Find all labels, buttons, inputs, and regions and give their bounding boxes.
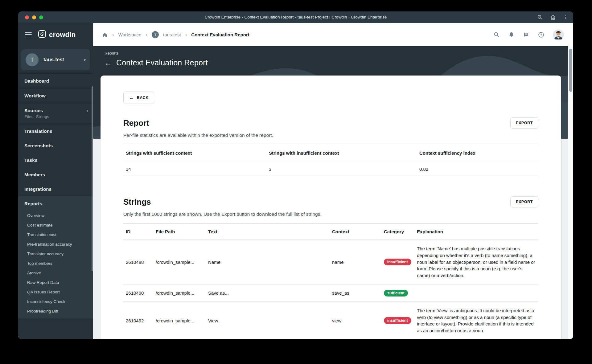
- project-switcher[interactable]: T taus-test ▾: [21, 49, 90, 70]
- table-row: 2610488 /crowdin_sample... Name name ins…: [123, 240, 538, 285]
- sidebar-item-overview[interactable]: Overview: [18, 211, 93, 220]
- stats-value-insufficient: 3: [266, 161, 417, 177]
- project-avatar: T: [26, 53, 39, 66]
- help-icon[interactable]: ?: [538, 31, 545, 38]
- strings-section-description: Only the first 1000 strings are shown. U…: [123, 211, 538, 217]
- sidebar-item-workflow[interactable]: Workflow: [18, 88, 93, 103]
- sidebar: T taus-test ▾ Dashboard Workflow Sources…: [18, 46, 93, 339]
- cell-text: Save as...: [206, 285, 330, 301]
- sidebar-item-label: Workflow: [24, 93, 46, 98]
- chevron-right-icon: ›: [185, 32, 187, 38]
- col-header-context: Context: [330, 224, 381, 239]
- zoom-out-icon[interactable]: [537, 14, 543, 20]
- home-icon[interactable]: [102, 32, 108, 38]
- chevron-right-icon: ›: [146, 32, 147, 38]
- sidebar-item-translation-cost[interactable]: Translation cost: [18, 230, 93, 239]
- page-eyebrow: Reports: [105, 51, 208, 55]
- main-content: Reports ← Context Evaluation Report ← BA…: [93, 46, 573, 339]
- col-header-file-path: File Path: [153, 224, 206, 239]
- browser-menu-icon[interactable]: [563, 15, 568, 20]
- extensions-icon[interactable]: [550, 14, 556, 20]
- search-icon[interactable]: [493, 31, 500, 38]
- crowdin-wordmark: crowdin: [49, 31, 76, 39]
- chevron-right-icon: ›: [112, 32, 114, 38]
- topbar-actions: ?: [493, 29, 564, 40]
- cell-explanation: The term 'View' is ambiguous. It could b…: [414, 302, 538, 339]
- sidebar-item-label: Reports: [24, 201, 42, 206]
- breadcrumb-workspace[interactable]: Workspace: [118, 32, 142, 37]
- sidebar-item-subtitle: Files, Strings: [24, 114, 87, 119]
- sidebar-item-tasks[interactable]: Tasks: [18, 153, 93, 167]
- close-window-button[interactable]: [25, 15, 29, 19]
- sidebar-reports-section: Reports Overview Cost estimate Translati…: [18, 196, 93, 318]
- breadcrumb-project[interactable]: taus-test: [163, 32, 181, 37]
- back-arrow-icon[interactable]: ←: [105, 59, 112, 67]
- breadcrumb-current-page: Context Evaluation Report: [191, 32, 249, 37]
- back-button[interactable]: ← BACK: [123, 92, 154, 104]
- cell-id: 2610490: [123, 285, 153, 301]
- sidebar-item-label: Dashboard: [24, 78, 49, 84]
- breadcrumb: › Workspace › T taus-test › Context Eval…: [102, 31, 249, 38]
- page-scrollbar-thumb[interactable]: [569, 49, 572, 92]
- chevron-down-icon: ▾: [84, 58, 86, 62]
- sidebar-item-pre-translation-accuracy[interactable]: Pre-translation accuracy: [18, 239, 93, 249]
- cell-explanation: The term 'Name' has multiple possible tr…: [414, 240, 538, 284]
- sidebar-item-proofreading-diff[interactable]: Proofreading Diff: [18, 306, 93, 316]
- titlebar-icons: [537, 11, 568, 23]
- sidebar-item-integrations[interactable]: Integrations: [18, 182, 93, 196]
- cell-file-path: /crowdin_sample...: [153, 285, 206, 301]
- sidebar-item-raw-report-data[interactable]: Raw Report Data: [18, 278, 93, 287]
- sidebar-item-archive[interactable]: Archive: [18, 268, 93, 278]
- fullscreen-window-button[interactable]: [39, 15, 43, 19]
- minimize-window-button[interactable]: [32, 15, 36, 19]
- cell-file-path: /crowdin_sample...: [153, 313, 206, 328]
- report-section-title: Report: [123, 118, 149, 128]
- export-report-button[interactable]: EXPORT: [510, 117, 538, 129]
- sidebar-item-translations[interactable]: Translations: [18, 124, 93, 138]
- export-strings-button[interactable]: EXPORT: [510, 196, 538, 207]
- sidebar-item-top-members[interactable]: Top members: [18, 259, 93, 268]
- strings-section-title: Strings: [123, 197, 151, 207]
- cell-id: 2610492: [123, 313, 153, 328]
- col-header-explanation: Explanation: [414, 224, 538, 239]
- report-section-description: Per-file statistics are available within…: [123, 133, 538, 138]
- sidebar-item-label: Tasks: [24, 157, 37, 163]
- sidebar-item-reports[interactable]: Reports: [18, 196, 93, 211]
- sidebar-item-dashboard[interactable]: Dashboard: [18, 74, 93, 88]
- cell-file-path: /crowdin_sample...: [153, 255, 206, 270]
- sidebar-item-screenshots[interactable]: Screenshots: [18, 138, 93, 153]
- brand-area: crowdin: [18, 23, 93, 46]
- crowdin-logo[interactable]: crowdin: [38, 30, 76, 39]
- col-header-text: Text: [206, 224, 330, 239]
- sidebar-item-inconsistency-check[interactable]: Inconsistency Check: [18, 297, 93, 306]
- user-avatar[interactable]: [553, 29, 564, 40]
- col-header-id: ID: [123, 224, 153, 239]
- notifications-bell-icon[interactable]: [508, 31, 515, 38]
- page-title: Context Evaluation Report: [116, 58, 208, 67]
- category-badge: sufficient: [384, 290, 408, 297]
- sidebar-item-qa-issues-report[interactable]: QA Issues Report: [18, 287, 93, 297]
- sidebar-item-label: Translations: [24, 129, 52, 134]
- sidebar-item-members[interactable]: Members: [18, 167, 93, 182]
- cell-explanation: [414, 288, 538, 299]
- cell-context: name: [330, 255, 381, 270]
- stats-header-sufficient: Strings with sufficient context: [123, 145, 266, 161]
- cell-text: View: [206, 313, 330, 328]
- sidebar-item-translator-accuracy[interactable]: Translator accuracy: [18, 249, 93, 259]
- menu-icon[interactable]: [25, 32, 32, 38]
- window-titlebar: Crowdin Enterprise - Context Evaluation …: [18, 11, 573, 23]
- back-arrow-icon: ←: [129, 95, 134, 100]
- category-badge: insufficient: [384, 317, 411, 324]
- sidebar-item-cost-estimate[interactable]: Cost estimate: [18, 220, 93, 230]
- back-button-label: BACK: [137, 96, 149, 100]
- app-body: T taus-test ▾ Dashboard Workflow Sources…: [18, 46, 573, 339]
- topbar: › Workspace › T taus-test › Context Eval…: [93, 23, 573, 46]
- strings-table: ID File Path Text Context Category Expla…: [123, 223, 538, 339]
- stats-header-insufficient: Strings with insufficient context: [266, 145, 417, 161]
- sidebar-scrollbar[interactable]: [92, 86, 93, 271]
- sidebar-item-sources[interactable]: Sources › Files, Strings: [18, 103, 93, 124]
- report-card: ← BACK Report EXPORT Per-file statistics…: [101, 76, 561, 339]
- sidebar-item-label: Members: [24, 172, 45, 177]
- messages-icon[interactable]: [523, 31, 529, 38]
- stats-value-sufficient: 14: [123, 161, 266, 177]
